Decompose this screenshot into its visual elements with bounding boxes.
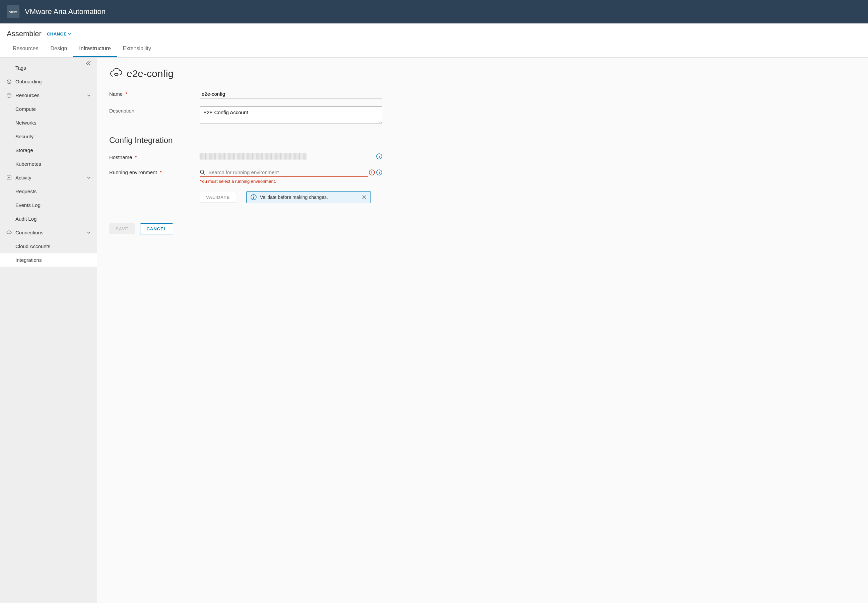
cancel-button[interactable]: CANCEL (140, 223, 173, 234)
sidebar-item-events-log[interactable]: Events Log (0, 198, 97, 212)
info-icon[interactable] (376, 169, 382, 175)
cloud-sync-icon (109, 67, 122, 80)
sidebar-item-compute[interactable]: Compute (0, 102, 97, 116)
sidebar-item-cloud-accounts[interactable]: Cloud Accounts (0, 240, 97, 253)
page-title-row: e2e-config (109, 67, 856, 80)
required-indicator: * (135, 155, 137, 160)
svg-point-13 (253, 196, 254, 196)
tab-design[interactable]: Design (44, 42, 73, 57)
chevron-down-icon (87, 232, 90, 234)
sidebar-connections-label: Connections (16, 230, 43, 235)
running-env-label-text: Running environment (109, 169, 157, 175)
tab-resources[interactable]: Resources (7, 42, 44, 57)
sidebar-item-storage[interactable]: Storage (0, 143, 97, 157)
sidebar-activity-label: Activity (16, 175, 31, 181)
running-env-error: You must select a running environment. (200, 179, 382, 184)
form-row-hostname: Hostname * (109, 153, 856, 160)
close-icon[interactable] (362, 195, 366, 199)
product-name: VMware Aria Automation (25, 7, 105, 16)
name-label: Name * (109, 90, 200, 97)
description-textarea[interactable] (200, 107, 382, 124)
activity-icon (6, 175, 12, 181)
info-icon (251, 194, 257, 200)
main-tabs: Resources Design Infrastructure Extensib… (0, 42, 868, 57)
sidebar-item-integrations[interactable]: Integrations (0, 253, 97, 267)
chevron-down-icon (87, 94, 90, 96)
svg-point-3 (379, 155, 380, 155)
section-heading-config-integration: Config Integration (109, 136, 856, 145)
name-input[interactable] (200, 90, 382, 99)
sidebar-item-audit-log[interactable]: Audit Log (0, 212, 97, 226)
hostname-label: Hostname * (109, 153, 200, 160)
validate-button[interactable]: VALIDATE (200, 192, 236, 203)
sidebar-item-onboarding[interactable]: Onboarding (0, 75, 97, 88)
sidebar-group-resources[interactable]: Resources (0, 88, 97, 102)
footer-buttons: SAVE CANCEL (109, 223, 856, 234)
search-icon (200, 169, 206, 175)
page-title: e2e-config (127, 68, 174, 79)
sidebar-item-requests[interactable]: Requests (0, 184, 97, 198)
cube-icon (6, 93, 12, 98)
svg-rect-7 (372, 171, 372, 173)
target-icon (6, 79, 12, 84)
form-row-running-env: Running environment * (109, 168, 856, 203)
change-app-link[interactable]: CHANGE (47, 31, 71, 37)
running-env-label: Running environment * (109, 168, 200, 175)
app-name: Assembler (7, 29, 42, 38)
form-row-name: Name * (109, 90, 856, 99)
hostname-value-redacted (200, 153, 307, 160)
sidebar-group-activity[interactable]: Activity (0, 171, 97, 184)
error-icon (369, 169, 375, 175)
content-area: e2e-config Name * Description Config Int… (97, 57, 868, 603)
running-env-search-wrap (200, 168, 368, 177)
vmware-logo: vmw (7, 5, 19, 18)
info-icon[interactable] (376, 153, 382, 159)
hostname-label-text: Hostname (109, 155, 132, 160)
top-header: vmw VMware Aria Automation (0, 0, 868, 23)
sub-header: Assembler CHANGE (0, 23, 868, 42)
name-label-text: Name (109, 91, 122, 97)
svg-point-10 (379, 171, 380, 172)
sidebar-onboarding-label: Onboarding (16, 79, 42, 84)
logo-text: vmw (9, 10, 17, 14)
change-label: CHANGE (47, 31, 67, 37)
svg-point-5 (200, 170, 204, 173)
cloud-icon (6, 230, 12, 235)
chevron-down-icon (68, 33, 71, 35)
sidebar-group-connections[interactable]: Connections (0, 226, 97, 240)
sidebar-resources-label: Resources (16, 93, 40, 98)
required-indicator: * (160, 169, 162, 175)
tab-extensibility[interactable]: Extensibility (117, 42, 157, 57)
chevron-down-icon (87, 177, 90, 179)
sidebar-item-security[interactable]: Security (0, 130, 97, 143)
sidebar-item-kubernetes[interactable]: Kubernetes (0, 157, 97, 171)
svg-rect-11 (379, 172, 380, 174)
sidebar-item-tags[interactable]: Tags (0, 61, 97, 75)
sidebar-item-networks[interactable]: Networks (0, 116, 97, 130)
save-button[interactable]: SAVE (109, 223, 135, 234)
sidebar: Tags Onboarding Resources Compute Networ… (0, 57, 97, 603)
svg-rect-4 (379, 156, 380, 158)
validate-info-banner: Validate before making changes. (246, 191, 371, 203)
form-row-description: Description (109, 107, 856, 125)
svg-point-8 (372, 173, 372, 174)
collapse-sidebar-button[interactable] (86, 61, 91, 66)
running-env-input[interactable] (208, 168, 368, 176)
banner-text: Validate before making changes. (260, 195, 362, 200)
svg-rect-14 (253, 197, 254, 199)
required-indicator: * (125, 91, 127, 97)
tab-infrastructure[interactable]: Infrastructure (73, 42, 116, 57)
description-label: Description (109, 107, 200, 113)
